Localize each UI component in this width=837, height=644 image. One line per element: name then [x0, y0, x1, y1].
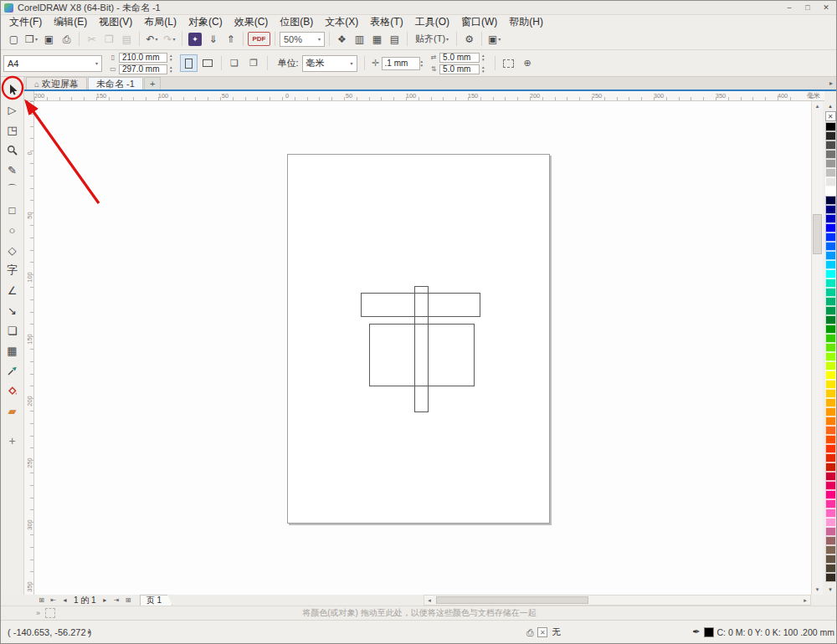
add-page-button-end[interactable]: ⊞	[123, 595, 134, 606]
color-swatch[interactable]	[825, 334, 836, 343]
add-page-button[interactable]: ⊞	[36, 595, 47, 606]
show-guidelines-button[interactable]: ▤	[387, 31, 403, 48]
scroll-left-button[interactable]: ◂	[424, 595, 434, 605]
palette-scroll-up-button[interactable]: ▴	[824, 101, 836, 111]
menu-item-text[interactable]: 文本(X)	[319, 15, 364, 28]
menu-item-effects[interactable]: 效果(C)	[229, 15, 275, 28]
fullscreen-preview-button[interactable]: ❖	[334, 31, 350, 48]
color-swatch[interactable]	[825, 315, 836, 325]
color-swatch[interactable]	[825, 122, 836, 131]
menu-item-window[interactable]: 窗口(W)	[455, 15, 503, 28]
page-height-input[interactable]: 297.0 mm	[119, 64, 167, 74]
dimension-tool[interactable]: ∠	[3, 280, 23, 300]
snap-to-button[interactable]: 贴齐(T)▾	[412, 31, 452, 48]
tab-welcome-screen[interactable]: ⌂ 欢迎屏幕	[26, 77, 87, 89]
color-swatch[interactable]	[825, 196, 836, 205]
next-page-button[interactable]: ▸	[100, 595, 110, 606]
drawn-rectangle-3[interactable]	[369, 324, 475, 386]
color-swatch[interactable]	[825, 187, 836, 196]
duplicate-x-spinner[interactable]: ▴▾	[482, 54, 485, 62]
all-pages-button[interactable]: ❏	[226, 54, 244, 72]
color-swatch[interactable]	[825, 343, 836, 352]
color-swatch[interactable]	[825, 472, 836, 481]
connector-tool[interactable]: ↘	[3, 300, 23, 320]
rectangle-tool[interactable]: □	[3, 200, 23, 220]
color-swatch[interactable]	[825, 233, 836, 242]
color-swatch[interactable]	[825, 398, 836, 407]
menu-item-edit[interactable]: 编辑(E)	[48, 15, 93, 28]
vertical-ruler[interactable]: 50050100150200250300350	[24, 101, 34, 595]
color-swatch[interactable]	[825, 242, 836, 251]
landscape-button[interactable]	[199, 54, 217, 72]
scroll-up-button[interactable]: ▴	[812, 101, 823, 111]
color-swatch[interactable]	[825, 141, 836, 150]
page-size-select[interactable]: A4 ▾	[3, 55, 102, 72]
color-swatch[interactable]	[825, 159, 836, 168]
color-swatch[interactable]	[825, 306, 836, 315]
tab-document[interactable]: 未命名 -1	[88, 77, 143, 89]
no-color-swatch[interactable]: ✕	[825, 111, 836, 121]
color-swatch[interactable]	[825, 380, 836, 389]
duplicate-y-spinner[interactable]: ▴▾	[482, 65, 485, 74]
expand-properties-button[interactable]: ⊕	[519, 54, 537, 72]
scroll-down-button[interactable]: ▾	[812, 585, 823, 595]
color-swatch[interactable]	[825, 417, 836, 426]
portrait-button[interactable]	[180, 54, 198, 72]
color-swatch[interactable]	[825, 168, 836, 177]
canvas-area[interactable]	[34, 101, 811, 595]
horizontal-scrollbar[interactable]: ◂ ▸	[424, 595, 811, 606]
publish-pdf-button[interactable]: PDF	[248, 32, 270, 46]
color-swatch[interactable]	[825, 527, 836, 536]
vertical-scroll-thumb[interactable]	[813, 214, 822, 254]
color-swatch[interactable]	[825, 214, 836, 223]
color-swatch[interactable]	[825, 435, 836, 444]
color-swatch[interactable]	[825, 150, 836, 159]
import-button[interactable]: ⇓	[205, 31, 221, 48]
search-content-button[interactable]: ✦	[188, 33, 202, 46]
ruler-origin-button[interactable]	[24, 91, 34, 101]
export-button[interactable]: ⇑	[223, 31, 239, 48]
ellipse-tool[interactable]: ○	[3, 220, 23, 240]
current-page-button[interactable]: ❐	[245, 54, 263, 72]
first-page-button[interactable]: ⇤	[48, 595, 59, 606]
scroll-right-button[interactable]: ▸	[800, 595, 810, 605]
color-swatch[interactable]	[825, 536, 836, 545]
eraser-tool[interactable]: ▰	[3, 401, 23, 421]
color-swatch[interactable]	[825, 389, 836, 398]
color-swatch[interactable]	[825, 325, 836, 334]
color-swatch[interactable]	[825, 481, 836, 490]
new-document-tab-button[interactable]: +	[144, 77, 161, 89]
close-button[interactable]: ✕	[818, 2, 834, 13]
shape-tool[interactable]: ▷	[3, 100, 23, 120]
color-swatch[interactable]	[825, 426, 836, 435]
menu-item-tools[interactable]: 工具(O)	[409, 15, 455, 28]
color-swatch[interactable]	[825, 509, 836, 518]
color-swatch[interactable]	[825, 555, 836, 564]
page-height-spinner[interactable]: ▴▾	[170, 65, 172, 74]
color-swatch[interactable]	[825, 545, 836, 555]
polygon-tool[interactable]: ◇	[3, 240, 23, 260]
maximize-button[interactable]: □	[799, 2, 816, 13]
last-page-button[interactable]: ⇥	[111, 595, 122, 606]
zoom-tool[interactable]	[3, 140, 23, 160]
new-document-button[interactable]: ▢	[6, 31, 22, 48]
color-swatch[interactable]	[825, 177, 836, 187]
drop-shadow-tool[interactable]: ❏	[3, 320, 23, 340]
show-rulers-button[interactable]: ▥	[352, 31, 367, 48]
transparency-tool[interactable]: ▦	[3, 340, 23, 360]
vertical-scrollbar[interactable]: ▴ ▾	[811, 101, 823, 595]
color-swatch[interactable]	[825, 407, 836, 417]
menu-item-file[interactable]: 文件(F)	[3, 15, 48, 28]
page-width-input[interactable]: 210.0 mm	[119, 53, 167, 63]
horizontal-scroll-thumb[interactable]	[436, 596, 588, 604]
color-swatch[interactable]	[825, 279, 836, 288]
color-swatch[interactable]	[825, 269, 836, 279]
show-grid-button[interactable]: ▦	[369, 31, 385, 48]
color-swatch[interactable]	[825, 352, 836, 361]
save-button[interactable]: ▣	[41, 31, 57, 48]
color-swatch[interactable]	[825, 499, 836, 509]
palette-scroll-down-button[interactable]: ▾	[824, 585, 836, 595]
minimize-button[interactable]: –	[781, 2, 798, 13]
units-select[interactable]: 毫米 ▾	[302, 55, 357, 72]
page-tab-1[interactable]: 页 1	[140, 595, 172, 606]
